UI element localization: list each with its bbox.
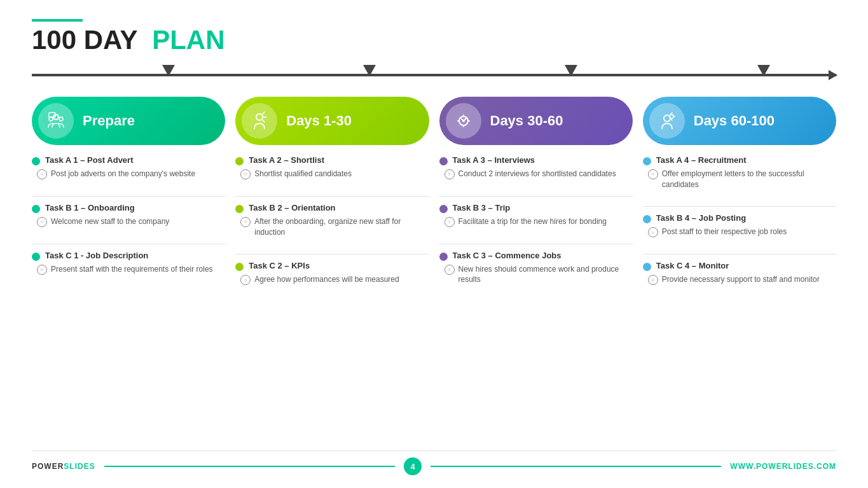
- phase-icon-days60: [649, 103, 685, 139]
- task-desc-a4: Offer employment letters to the successf…: [662, 169, 836, 190]
- timeline-line: [32, 74, 836, 76]
- task-divider-7: [643, 206, 836, 207]
- task-bullet-a1: ○: [37, 169, 47, 179]
- task-title-row-b2: Task B 2 – Orientation: [235, 203, 429, 214]
- task-desc-b4: Post staff to their respective job roles: [662, 227, 787, 237]
- task-desc-row-a4: ○ Offer employment letters to the succes…: [643, 169, 836, 190]
- task-desc-row-a3: ○ Conduct 2 interviews for shortlisted c…: [439, 169, 633, 179]
- task-bullet-c1: ○: [37, 265, 47, 275]
- task-group-a3: Task A 3 – Interviews ○ Conduct 2 interv…: [439, 155, 633, 181]
- task-title-c3: Task C 3 – Commence Jobs: [453, 251, 561, 261]
- task-title-row-b4: Task B 4 – Job Posting: [643, 213, 836, 224]
- task-dot-c1: [32, 253, 40, 261]
- task-title-row-a1: Task A 1 – Post Advert: [32, 155, 225, 166]
- header: 100 DAY PLAN: [32, 19, 836, 53]
- timeline-arrow: [829, 70, 837, 80]
- title-green: PLAN: [152, 25, 224, 55]
- task-desc-row-b1: ○ Welcome new staff to the company: [32, 216, 225, 227]
- footer-url: WWW.POWERLIDES.COM: [730, 462, 836, 471]
- task-title-c4: Task C 4 – Monitor: [656, 261, 729, 272]
- footer-brand: POWERSLIDES: [32, 462, 95, 471]
- task-bullet-b1: ○: [37, 217, 47, 227]
- task-group-a4: Task A 4 – Recruitment ○ Offer employmen…: [643, 155, 836, 191]
- task-group-c1: Task C 1 - Job Description ○ Present sta…: [32, 251, 225, 276]
- task-title-c2: Task C 2 – KPIs: [249, 261, 310, 272]
- task-group-c2: Task C 2 – KPIs ○ Agree how performances…: [235, 261, 429, 286]
- phase-header-days60: Days 60-100: [643, 97, 836, 145]
- task-bullet-b3: ○: [444, 217, 455, 227]
- phase-header-days1: Days 1-30: [235, 97, 429, 145]
- task-bullet-a3: ○: [444, 169, 455, 179]
- task-group-a1: Task A 1 – Post Advert ○ Post job advert…: [32, 155, 225, 181]
- task-divider-1: [32, 196, 225, 197]
- phase-title-days60: Days 60-100: [694, 113, 775, 129]
- task-desc-row-c4: ○ Provide necessary support to staff and…: [643, 274, 836, 285]
- page: 100 DAY PLAN: [0, 0, 868, 488]
- task-group-c3: Task C 3 – Commence Jobs ○ New hires sho…: [439, 251, 633, 286]
- task-bullet-b4: ○: [648, 227, 658, 237]
- task-bullet-b2: ○: [240, 217, 251, 227]
- phase-icon-days30: [446, 103, 481, 139]
- task-desc-row-a1: ○ Post job adverts on the company's webs…: [32, 169, 225, 179]
- phase-title-days30: Days 30-60: [490, 113, 563, 129]
- footer: POWERSLIDES 4 WWW.POWERLIDES.COM: [32, 450, 836, 475]
- task-desc-c3: New hires should commence work and produ…: [458, 264, 633, 286]
- task-desc-c1: Present staff with the requirements of t…: [51, 264, 213, 275]
- task-desc-b2: After the onboarding, organize new staff…: [254, 216, 429, 238]
- task-title-a3: Task A 3 – Interviews: [453, 155, 535, 166]
- column-prepare: Prepare Task A 1 – Post Advert ○ Post jo…: [32, 97, 225, 450]
- column-days1: Days 1-30 Task A 2 – Shortlist ○ Shortli…: [235, 97, 429, 450]
- task-dot-a3: [439, 157, 448, 165]
- task-desc-row-b4: ○ Post staff to their respective job rol…: [643, 227, 836, 237]
- svg-point-1: [49, 117, 53, 121]
- task-desc-row-c1: ○ Present staff with the requirements of…: [32, 264, 225, 275]
- column-days30: Days 30-60 Task A 3 – Interviews ○ Condu…: [439, 97, 633, 450]
- task-divider-8: [643, 254, 836, 254]
- task-dot-b1: [32, 205, 40, 213]
- task-divider-5: [439, 196, 633, 197]
- task-desc-c4: Provide necessary support to staff and m…: [662, 274, 820, 285]
- task-divider-4: [235, 254, 429, 254]
- task-title-row-c2: Task C 2 – KPIs: [235, 261, 429, 272]
- task-desc-row-c2: ○ Agree how performances will be measure…: [235, 274, 429, 285]
- svg-point-2: [59, 117, 63, 121]
- title-black: 100 DAY: [32, 25, 137, 55]
- task-group-b1: Task B 1 – Onboarding ○ Welcome new staf…: [32, 203, 225, 228]
- footer-line-left: [104, 466, 395, 467]
- task-dot-c4: [643, 263, 651, 271]
- phase-title-days1: Days 1-30: [286, 113, 352, 129]
- timeline-tick-1: [162, 65, 175, 76]
- footer-page-number: 4: [404, 457, 422, 475]
- task-desc-c2: Agree how performances will be measured: [254, 274, 399, 285]
- task-title-b1: Task B 1 – Onboarding: [45, 203, 135, 214]
- phase-header-prepare: Prepare: [32, 97, 225, 145]
- task-desc-row-c3: ○ New hires should commence work and pro…: [439, 264, 633, 286]
- columns: Prepare Task A 1 – Post Advert ○ Post jo…: [32, 97, 836, 450]
- task-dot-a2: [235, 157, 244, 165]
- task-title-b4: Task B 4 – Job Posting: [656, 213, 746, 224]
- task-desc-a1: Post job adverts on the company's websit…: [51, 169, 195, 179]
- task-dot-a4: [643, 157, 651, 165]
- task-desc-row-a2: ○ Shortlist qualified candidates: [235, 169, 429, 179]
- page-title: 100 DAY PLAN: [32, 27, 836, 53]
- task-desc-a3: Conduct 2 interviews for shortlisted can…: [458, 169, 616, 179]
- svg-point-6: [462, 120, 465, 122]
- phase-icon-days1: [242, 103, 277, 139]
- task-bullet-c3: ○: [444, 265, 455, 275]
- task-desc-b3: Facilitate a trip for the new hires for …: [458, 216, 607, 227]
- task-title-a2: Task A 2 – Shortlist: [249, 155, 324, 166]
- task-dot-c2: [235, 263, 244, 271]
- timeline-tick-4: [757, 65, 770, 76]
- task-title-a4: Task A 4 – Recruitment: [656, 155, 747, 166]
- task-group-b3: Task B 3 – Trip ○ Facilitate a trip for …: [439, 203, 633, 228]
- task-divider-2: [32, 244, 225, 244]
- task-dot-c3: [439, 253, 448, 261]
- task-desc-a2: Shortlist qualified candidates: [254, 169, 352, 179]
- phase-icon-prepare: [38, 103, 74, 139]
- task-group-a2: Task A 2 – Shortlist ○ Shortlist qualifi…: [235, 155, 429, 181]
- task-title-b3: Task B 3 – Trip: [453, 203, 511, 214]
- task-title-row-c3: Task C 3 – Commence Jobs: [439, 251, 633, 261]
- task-group-b2: Task B 2 – Orientation ○ After the onboa…: [235, 203, 429, 239]
- task-title-b2: Task B 2 – Orientation: [249, 203, 335, 214]
- task-divider-6: [439, 244, 633, 244]
